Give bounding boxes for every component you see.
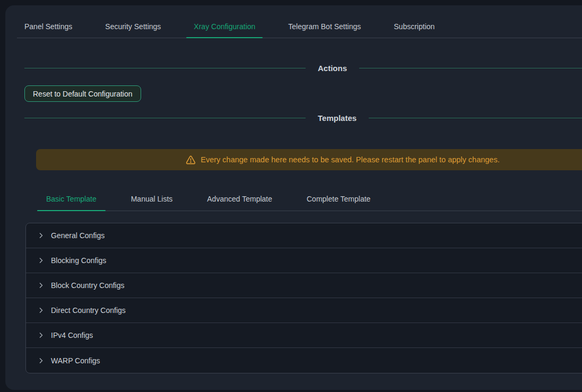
- tab-subscription[interactable]: Subscription: [386, 16, 442, 38]
- chevron-right-icon: [38, 257, 44, 264]
- config-accordion: General Configs Blocking Configs Block C…: [25, 223, 582, 373]
- accordion-item-ipv4-configs[interactable]: IPv4 Configs: [26, 323, 582, 348]
- divider-line: [24, 118, 306, 118]
- accordion-item-label: Block Country Configs: [51, 281, 125, 290]
- accordion-item-label: Blocking Configs: [51, 256, 106, 265]
- chevron-right-icon: [38, 282, 44, 289]
- actions-divider: Actions: [24, 63, 582, 74]
- chevron-right-icon: [38, 307, 44, 313]
- tab-panel-settings[interactable]: Panel Settings: [17, 16, 80, 38]
- tab-manual-lists[interactable]: Manual Lists: [122, 188, 182, 211]
- restart-warning-alert: Every change made here needs to be saved…: [36, 149, 582, 170]
- accordion-item-block-country-configs[interactable]: Block Country Configs: [26, 273, 582, 298]
- tab-xray-configuration[interactable]: Xray Configuration: [186, 16, 263, 38]
- accordion-item-warp-configs[interactable]: WARP Configs: [26, 348, 582, 373]
- reset-default-configuration-button[interactable]: Reset to Default Configuration: [24, 85, 141, 102]
- restart-warning-text: Every change made here needs to be saved…: [201, 155, 499, 164]
- tab-advanced-template[interactable]: Advanced Template: [198, 188, 281, 211]
- accordion-item-general-configs[interactable]: General Configs: [26, 223, 582, 248]
- chevron-right-icon: [38, 358, 44, 364]
- templates-divider: Templates: [24, 112, 582, 124]
- tab-basic-template[interactable]: Basic Template: [37, 188, 106, 211]
- accordion-item-label: WARP Configs: [51, 356, 100, 365]
- accordion-item-label: General Configs: [51, 231, 105, 240]
- accordion-item-blocking-configs[interactable]: Blocking Configs: [26, 248, 582, 273]
- chevron-right-icon: [38, 332, 44, 338]
- tab-security-settings[interactable]: Security Settings: [98, 16, 168, 38]
- template-tabs: Basic Template Manual Lists Advanced Tem…: [37, 188, 582, 211]
- tab-complete-template[interactable]: Complete Template: [298, 188, 379, 211]
- accordion-item-direct-country-configs[interactable]: Direct Country Configs: [26, 298, 582, 323]
- settings-card: Panel Settings Security Settings Xray Co…: [5, 5, 582, 390]
- main-tabs: Panel Settings Security Settings Xray Co…: [17, 16, 582, 38]
- accordion-item-label: IPv4 Configs: [51, 331, 93, 339]
- warning-icon: [186, 155, 196, 165]
- xray-configuration-panel: Actions Reset to Default Configuration T…: [5, 63, 582, 389]
- actions-section-title: Actions: [318, 64, 347, 73]
- chevron-right-icon: [38, 232, 44, 239]
- accordion-item-label: Direct Country Configs: [51, 306, 126, 315]
- divider-line: [359, 68, 582, 68]
- templates-section-title: Templates: [318, 114, 357, 123]
- divider-line: [369, 118, 582, 118]
- tab-telegram-bot-settings[interactable]: Telegram Bot Settings: [281, 16, 368, 38]
- divider-line: [24, 68, 306, 68]
